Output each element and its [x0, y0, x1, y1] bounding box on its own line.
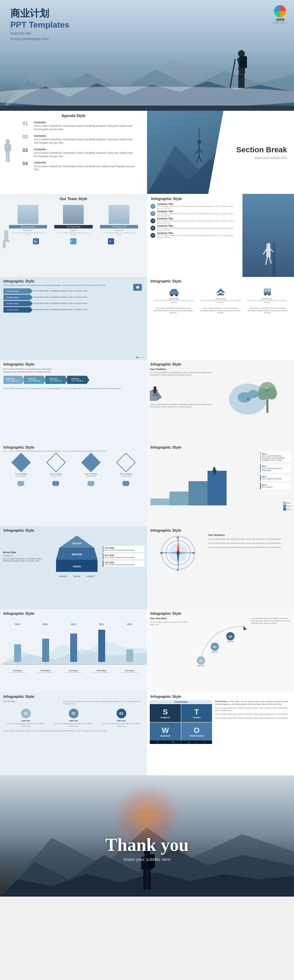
- svg-text:DESIGN: DESIGN: [74, 575, 81, 578]
- swot-label-s: S: [150, 740, 165, 744]
- car-icon: [169, 288, 179, 296]
- top-text-row: Your Text Here You can simply impress yo…: [3, 700, 144, 705]
- svg-point-55: [264, 294, 266, 296]
- info-content-3: Contents Title Get a modern PowerPoint. …: [157, 217, 239, 224]
- swot-content: STRATEGIES S STRENGTH T THREATS W: [147, 699, 294, 745]
- bar-5-pct: 35%: [127, 623, 132, 625]
- linkedin-icon: in: [33, 238, 39, 244]
- infographic-icons-slide: Infographic Style Content Here Get a mod…: [147, 277, 294, 360]
- box-01: 01 Add Text You can simply impress your …: [5, 709, 47, 727]
- arrow-2-label: Content Here: [3, 294, 33, 300]
- bottom-desc: You can simply impress your audience and…: [3, 730, 144, 732]
- facebook-icon: f: [108, 238, 114, 244]
- bars-container: 50% 65% 80%: [0, 623, 147, 665]
- row-6: Infographic Style Get a modern PowerPoin…: [0, 443, 294, 526]
- cover-text-block: 商业计划 PPT Templates Insert the title of y…: [10, 7, 69, 41]
- stair-svg: A B C D: [151, 457, 227, 505]
- svg-rect-11: [240, 56, 247, 68]
- top-text-left: Your Text Here: [3, 700, 59, 705]
- legend-item-1: Item 1: [283, 501, 291, 504]
- cloud-icon-4: [122, 480, 130, 486]
- svg-point-38: [266, 243, 270, 247]
- arrow-2-text: Presentation that is beautifully designe…: [34, 296, 88, 298]
- section-left-panel: [147, 111, 223, 194]
- svg-point-21: [197, 140, 201, 144]
- world-desc-2: You can simply impress your audience and…: [150, 403, 212, 408]
- agenda-num-4: 04: [22, 161, 31, 166]
- step-4: Add Text Your TextHere: [67, 375, 90, 384]
- swot-s-letter: S: [151, 708, 179, 717]
- swot-label-row: S W O T: [150, 740, 212, 744]
- process-title: Infographic Style: [0, 360, 147, 367]
- agenda-item-4: 04 Contents Get a modern PowerPoint. Pre…: [16, 159, 143, 173]
- info-content-1: Contents Title Get a modern PowerPoint. …: [157, 203, 239, 210]
- svg-rect-88: [170, 492, 189, 505]
- swot-s: S STRENGTH: [150, 704, 181, 722]
- steps-bottom-slide: Infographic Style Your Text Here You can…: [147, 609, 294, 692]
- agenda-title: Agenda Style: [0, 111, 147, 119]
- svg-text:E: E: [193, 552, 194, 554]
- swot-label-t: T: [197, 740, 212, 744]
- abcd-text-col: Way 1 Get a modern PowerPoint. Presentat…: [260, 452, 291, 489]
- swot-w: W WEAKNESS: [150, 722, 181, 740]
- swot-slide: Infographic Style STRATEGIES S STRENGTH …: [147, 692, 294, 775]
- pyramid-text-3: TEXT HERE Get a modern PowerPoint presen…: [103, 560, 144, 567]
- bar-1-pct: 50%: [15, 623, 20, 625]
- bar-4-bar: [98, 626, 105, 662]
- box-03: 03 Add Text You can simply impress your …: [100, 709, 143, 727]
- svg-marker-101: [59, 536, 94, 548]
- bar-3-bar: [70, 626, 77, 662]
- numbered-steps-title: Infographic Style: [0, 692, 147, 699]
- member-3-name: Your Name Here: [100, 225, 138, 229]
- svg-rect-4: [0, 106, 294, 111]
- info-content-5: Contents Title Get a modern PowerPoint. …: [157, 232, 239, 239]
- svg-rect-10: [242, 74, 245, 88]
- agenda-content-2: Contents Get a modern PowerPoint. Presen…: [34, 134, 137, 145]
- row-9: Infographic Style Your Text Here You can…: [0, 692, 294, 775]
- bar-label-3: Presentation Get a modern PowerPoint: [65, 670, 81, 673]
- svg-line-24: [199, 149, 203, 152]
- world-left: Your TextHere You can simply impress you…: [150, 368, 212, 423]
- bar-5-bar: [126, 626, 133, 662]
- bar-2-pct: 65%: [43, 623, 48, 625]
- swot-label-o: O: [181, 740, 197, 744]
- tree-svg: [226, 368, 281, 423]
- bar-2: 65%: [42, 623, 49, 665]
- agenda-num-2: 02: [22, 134, 31, 140]
- bar-2-bar: [42, 626, 49, 662]
- three-boxes-row: 01 Add Text You can simply impress your …: [3, 709, 144, 727]
- svg-text:01: 01: [199, 659, 203, 663]
- arrow-row-3: Content Here Presentation that is beauti…: [3, 301, 143, 306]
- swot-grid-container: STRATEGIES S STRENGTH T THREATS W: [150, 700, 212, 744]
- box-num-02: 02: [69, 709, 78, 718]
- transport-icons-row: Content Here Get a modern PowerPoint. Pr…: [147, 286, 294, 305]
- arrow-4-text: Presentation that is beautifully designe…: [34, 309, 88, 311]
- bar-3: 80%: [70, 623, 77, 665]
- compass-desc-2: You can simply impress your audience and…: [208, 542, 286, 544]
- bar-1: 50%: [14, 623, 21, 665]
- svg-text:VALUES: VALUES: [72, 542, 82, 544]
- bottom-text-row: Get a modern PowerPoint. Presentation th…: [147, 306, 294, 315]
- infographic-numbered-slide: Infographic Style 01 Contents Title Get …: [147, 194, 294, 277]
- abcd-text-c: Way 3 Get a modern PowerPoint.: [260, 475, 291, 481]
- swot-w-word: WEAKNESS: [151, 735, 179, 737]
- info-content-2: Contents Title Get a modern PowerPoint. …: [157, 210, 239, 217]
- swot-o-word: OPPORTUNITIES: [183, 735, 211, 737]
- climbing-figure: [262, 242, 275, 277]
- svg-point-86: [125, 481, 129, 485]
- svg-rect-54: [268, 290, 270, 291]
- svg-point-28: [4, 230, 8, 234]
- row-7: Infographic Style Arrow Style Infographi…: [0, 526, 294, 609]
- svg-rect-36: [108, 238, 114, 244]
- svg-marker-137: [243, 626, 247, 630]
- row-5: Infographic Style Get a modern PowerPoin…: [0, 360, 294, 443]
- info-num-1: 01: [151, 204, 155, 209]
- row-8: Infographic Style 50%: [0, 609, 294, 692]
- arrow-row-2: Content Here Presentation that is beauti…: [3, 294, 143, 300]
- svg-point-83: [90, 481, 94, 485]
- agenda-content-3: Contents Get a modern PowerPoint. Presen…: [34, 148, 137, 158]
- arrow-1-text: Presentation that is beautifully designe…: [34, 290, 88, 292]
- thankyou-text-block: Thank you Insert your subtitle here: [0, 835, 294, 862]
- steps-right-desc: You can simply impress your audience and…: [250, 617, 291, 671]
- arrow-1-label: Content Here: [3, 288, 33, 294]
